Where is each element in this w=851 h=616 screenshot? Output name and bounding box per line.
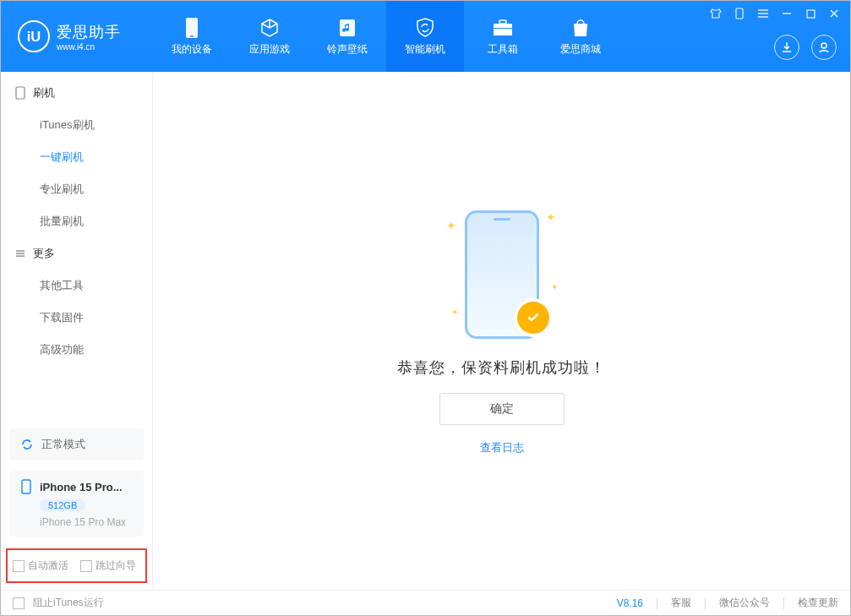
sidebar-item-batch-flash[interactable]: 批量刷机 [1,205,152,237]
skin-icon[interactable] [710,8,722,19]
activation-options-box: 自动激活 跳过向导 [6,548,147,583]
auto-activate-checkbox[interactable] [13,560,25,572]
close-icon[interactable] [828,8,840,19]
svg-rect-16 [16,87,25,99]
sidebar-group-flash[interactable]: 刷机 [1,77,152,109]
view-log-link[interactable]: 查看日志 [480,440,524,455]
nav-apps-games[interactable]: 应用游戏 [231,1,308,72]
device-model: iPhone 15 Pro Max [40,516,134,528]
svg-rect-12 [807,10,815,18]
nav-label: 应用游戏 [249,42,290,57]
nav-label: 爱思商城 [560,42,601,57]
sidebar-group-more[interactable]: 更多 [1,237,152,270]
nav-my-device[interactable]: 我的设备 [153,1,231,72]
briefcase-icon [492,17,514,39]
app-title: 爱思助手 [57,22,121,42]
svg-rect-1 [186,18,198,38]
svg-rect-6 [494,28,512,29]
sidebar-item-advanced[interactable]: 高级功能 [1,334,152,366]
svg-point-15 [821,43,826,48]
menu-icon[interactable] [757,8,769,19]
app-logo[interactable]: iU 爱思助手 www.i4.cn [1,20,153,52]
svg-rect-5 [499,20,506,24]
sparkle-icon: ✦ [451,308,458,317]
sidebar-item-other-tools[interactable]: 其他工具 [1,270,152,302]
support-link[interactable]: 客服 [671,596,691,610]
nav-toolbox[interactable]: 工具箱 [464,1,542,72]
auto-activate-label: 自动激活 [28,559,68,573]
more-lines-icon [14,248,26,259]
music-note-icon [336,17,358,39]
device-phone-icon [19,479,33,494]
wechat-link[interactable]: 微信公众号 [719,596,770,610]
nav-ringtones-wallpapers[interactable]: 铃声壁纸 [308,1,386,72]
svg-rect-20 [22,480,30,493]
svg-rect-3 [340,19,355,36]
svg-rect-4 [494,24,512,35]
footer: 阻止iTunes运行 V8.16 客服 微信公众号 检查更新 [1,590,850,615]
divider [705,597,706,609]
app-subtitle: www.i4.cn [57,42,121,52]
group-title: 更多 [33,246,55,261]
nav-label: 工具箱 [488,42,518,57]
sparkle-icon: ✦ [546,210,556,224]
ok-button[interactable]: 确定 [439,393,565,425]
maximize-icon[interactable] [805,8,816,19]
account-button[interactable] [811,35,837,60]
shopping-bag-icon [570,17,592,39]
device-card[interactable]: iPhone 15 Pro... 512GB iPhone 15 Pro Max [9,471,144,537]
svg-rect-7 [736,8,743,19]
divider [783,597,784,609]
download-button[interactable] [774,35,799,60]
phone-icon [181,17,203,39]
device-name: iPhone 15 Pro... [40,481,123,493]
check-update-link[interactable]: 检查更新 [798,596,838,610]
main-content: ✦ ✦ ✦ ✦ 恭喜您，保资料刷机成功啦！ 确定 查看日志 [153,72,850,590]
cube-icon [259,17,281,39]
sidebar-item-itunes-flash[interactable]: iTunes刷机 [1,109,152,141]
sidebar-item-oneclick-flash[interactable]: 一键刷机 [1,141,152,173]
nav-label: 铃声壁纸 [327,42,368,57]
minimize-icon[interactable] [781,8,793,19]
svg-rect-2 [190,35,194,37]
sidebar-item-pro-flash[interactable]: 专业刷机 [1,173,152,205]
mode-card[interactable]: 正常模式 [9,428,144,461]
nav-smart-flash[interactable]: 智能刷机 [386,1,464,72]
success-illustration: ✦ ✦ ✦ ✦ [460,207,544,342]
sparkle-icon: ✦ [551,282,558,292]
sidebar: 刷机 iTunes刷机 一键刷机 专业刷机 批量刷机 更多 其他工具 下载固件 … [1,72,153,590]
refresh-icon [19,437,35,452]
phone-link-icon[interactable] [734,8,745,19]
svg-text:iU: iU [27,29,41,44]
nav-store[interactable]: 爱思商城 [542,1,619,72]
divider [657,597,657,609]
main-nav: 我的设备 应用游戏 铃声壁纸 智能刷机 工具箱 爱思商城 [153,1,619,72]
group-title: 刷机 [33,85,55,101]
refresh-shield-icon [414,17,436,39]
checkmark-badge-icon [517,302,549,334]
storage-badge: 512GB [40,499,85,511]
sidebar-item-download-firmware[interactable]: 下载固件 [1,302,152,334]
nav-label: 我的设备 [172,42,212,57]
logo-icon: iU [18,20,50,52]
version-label: V8.16 [617,597,643,609]
phone-outline-icon [14,86,26,100]
skip-guide-label: 跳过向导 [95,559,136,573]
success-message: 恭喜您，保资料刷机成功啦！ [397,357,606,378]
nav-label: 智能刷机 [405,42,445,57]
block-itunes-checkbox[interactable] [13,597,25,609]
window-controls [710,8,840,19]
sparkle-icon: ✦ [446,219,456,232]
mode-label: 正常模式 [41,437,85,452]
skip-guide-checkbox[interactable] [80,560,92,572]
block-itunes-label: 阻止iTunes运行 [33,596,104,610]
